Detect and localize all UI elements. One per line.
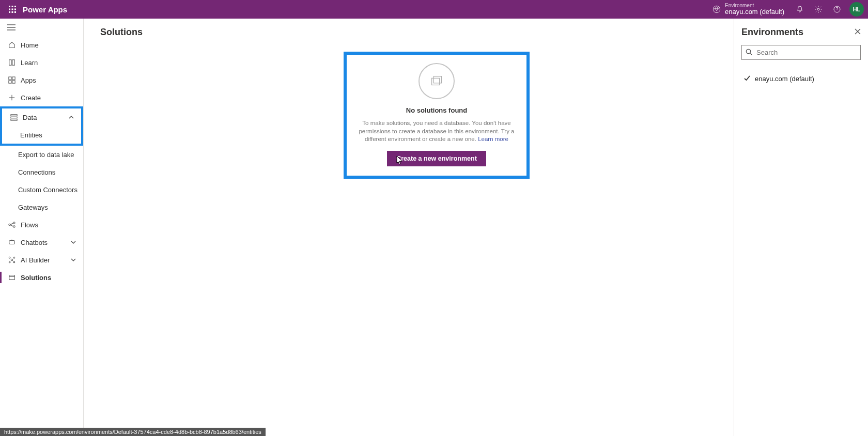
svg-rect-2 bbox=[14, 6, 16, 7]
collapse-nav-icon[interactable] bbox=[0, 19, 83, 36]
svg-rect-0 bbox=[9, 6, 10, 7]
environment-name-text: enayu.com (default) bbox=[755, 75, 814, 83]
environment-name: enayu.com (default) bbox=[725, 8, 784, 15]
nav-label: Flows bbox=[21, 221, 78, 229]
user-avatar[interactable]: HL bbox=[849, 2, 864, 17]
svg-rect-19 bbox=[12, 81, 15, 83]
svg-line-28 bbox=[10, 223, 13, 225]
nav-solutions[interactable]: Solutions bbox=[0, 269, 83, 286]
svg-rect-23 bbox=[11, 117, 17, 118]
top-bar: Power Apps Environment enayu.com (defaul… bbox=[0, 0, 868, 19]
svg-point-43 bbox=[746, 49, 750, 53]
search-field-wrap bbox=[741, 45, 861, 60]
nav-label: Solutions bbox=[21, 274, 78, 282]
chevron-up-icon bbox=[69, 114, 76, 121]
subnav-label: Connections bbox=[18, 168, 55, 176]
svg-point-25 bbox=[9, 224, 11, 226]
apps-icon bbox=[7, 76, 17, 84]
nav-flows[interactable]: Flows bbox=[0, 216, 83, 233]
settings-icon[interactable] bbox=[809, 5, 828, 13]
close-icon[interactable] bbox=[855, 28, 861, 36]
nav-label: Data bbox=[23, 114, 69, 121]
svg-point-35 bbox=[9, 261, 10, 263]
notifications-icon[interactable] bbox=[791, 5, 809, 13]
nav-label: Apps bbox=[21, 76, 78, 84]
svg-rect-30 bbox=[9, 241, 15, 244]
svg-rect-14 bbox=[9, 60, 11, 66]
subnav-connections[interactable]: Connections bbox=[0, 163, 83, 181]
highlighted-region: Data Entities bbox=[0, 106, 83, 146]
svg-rect-15 bbox=[12, 60, 14, 66]
nav-label: Home bbox=[21, 41, 78, 49]
nav-label: Learn bbox=[21, 59, 78, 67]
nav-learn[interactable]: Learn bbox=[0, 54, 83, 71]
brand-title: Power Apps bbox=[23, 5, 67, 14]
svg-rect-3 bbox=[9, 9, 10, 10]
chevron-down-icon bbox=[71, 256, 78, 264]
flows-icon bbox=[7, 221, 17, 228]
nav-home[interactable]: Home bbox=[0, 36, 83, 54]
subnav-label: Export to data lake bbox=[18, 151, 74, 159]
sidebar-nav: Home Learn Apps Create Data Entities bbox=[0, 19, 84, 436]
page-title: Solutions bbox=[100, 27, 734, 38]
svg-rect-40 bbox=[433, 76, 441, 83]
ai-builder-icon bbox=[7, 256, 17, 263]
svg-rect-4 bbox=[12, 9, 13, 10]
subnav-label: Entities bbox=[20, 131, 42, 139]
data-icon bbox=[9, 114, 19, 121]
svg-point-34 bbox=[13, 257, 15, 258]
learn-icon bbox=[7, 59, 17, 66]
nav-ai-builder[interactable]: AI Builder bbox=[0, 251, 83, 269]
create-environment-button[interactable]: Create a new environment bbox=[387, 151, 486, 166]
subnav-label: Gateways bbox=[18, 204, 48, 211]
svg-rect-5 bbox=[14, 9, 16, 10]
nav-label: Create bbox=[21, 94, 78, 102]
subnav-gateways[interactable]: Gateways bbox=[0, 198, 83, 216]
empty-state-card: No solutions found To make solutions, yo… bbox=[344, 52, 530, 179]
svg-rect-22 bbox=[11, 115, 17, 116]
svg-rect-17 bbox=[12, 77, 15, 80]
svg-line-44 bbox=[750, 53, 752, 55]
svg-rect-8 bbox=[14, 11, 16, 13]
learn-more-link[interactable]: Learn more bbox=[478, 136, 508, 142]
environments-panel: Environments enayu.com (default) bbox=[734, 19, 868, 436]
svg-rect-37 bbox=[9, 275, 15, 280]
home-icon bbox=[7, 41, 17, 49]
main-content: Solutions No solutions found To make sol… bbox=[84, 19, 734, 436]
nav-label: Chatbots bbox=[21, 239, 71, 246]
chatbots-icon bbox=[7, 239, 17, 246]
subnav-export-data-lake[interactable]: Export to data lake bbox=[0, 146, 83, 163]
checkmark-icon bbox=[743, 74, 755, 83]
panel-title: Environments bbox=[741, 27, 803, 38]
empty-state-title: No solutions found bbox=[354, 106, 519, 114]
nav-chatbots[interactable]: Chatbots bbox=[0, 233, 83, 251]
svg-point-27 bbox=[13, 226, 16, 228]
svg-point-36 bbox=[13, 261, 15, 263]
svg-point-32 bbox=[11, 259, 13, 261]
app-launcher-icon[interactable] bbox=[4, 5, 21, 13]
svg-rect-16 bbox=[9, 77, 11, 80]
help-icon[interactable] bbox=[828, 5, 846, 13]
environment-list-item[interactable]: enayu.com (default) bbox=[741, 70, 861, 87]
environment-search-input[interactable] bbox=[741, 45, 861, 60]
svg-rect-18 bbox=[9, 81, 11, 83]
empty-state-icon bbox=[419, 63, 455, 99]
nav-create[interactable]: Create bbox=[0, 89, 83, 106]
nav-label: AI Builder bbox=[21, 256, 71, 264]
environment-picker[interactable]: Environment enayu.com (default) bbox=[712, 3, 784, 15]
solutions-icon bbox=[7, 274, 17, 281]
subnav-label: Custom Connectors bbox=[18, 186, 78, 194]
svg-point-9 bbox=[817, 8, 819, 10]
subnav-custom-connectors[interactable]: Custom Connectors bbox=[0, 181, 83, 198]
svg-rect-7 bbox=[12, 11, 13, 13]
search-icon bbox=[746, 49, 752, 57]
subnav-entities[interactable]: Entities bbox=[2, 126, 81, 144]
svg-rect-39 bbox=[432, 78, 440, 85]
nav-data[interactable]: Data bbox=[2, 108, 81, 126]
chevron-down-icon bbox=[71, 239, 78, 246]
status-bar-url: https://make.powerapps.com/environments/… bbox=[0, 428, 266, 436]
svg-point-33 bbox=[9, 257, 10, 258]
nav-apps[interactable]: Apps bbox=[0, 71, 83, 89]
svg-rect-6 bbox=[9, 11, 10, 13]
svg-rect-24 bbox=[11, 119, 17, 121]
